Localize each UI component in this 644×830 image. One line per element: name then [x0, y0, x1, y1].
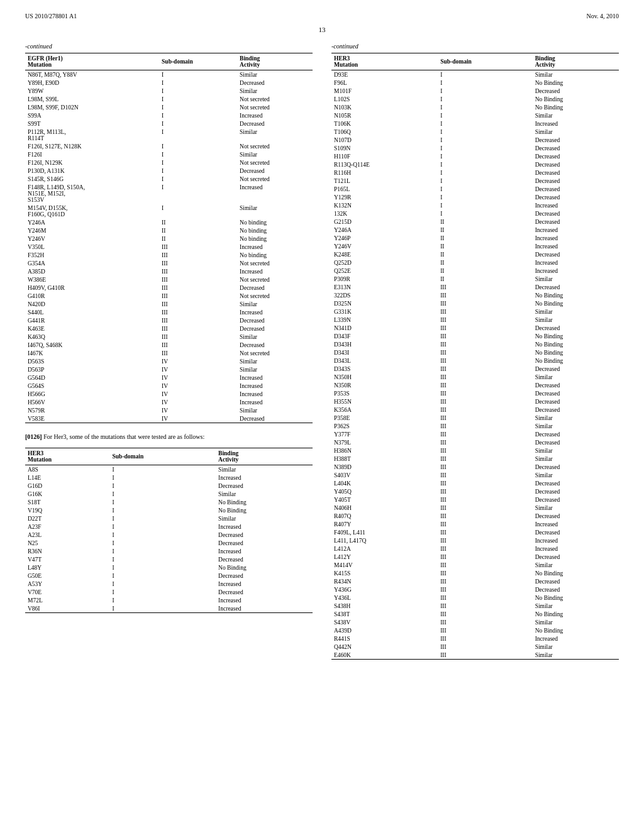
table-cell: G16K: [25, 490, 110, 498]
table-cell: Increased: [216, 473, 313, 482]
table-cell: III: [438, 316, 532, 324]
table-row: H110FIDecreased: [331, 152, 619, 160]
table-cell: Similar: [216, 514, 313, 523]
table-cell: Similar: [533, 602, 619, 610]
table-row: G16KISimilar: [25, 490, 313, 498]
table-cell: I: [159, 167, 237, 175]
table-row: L404KIIIDecreased: [331, 479, 619, 487]
table-row: Y246AIINo binding: [25, 218, 313, 226]
table-cell: L412A: [331, 545, 438, 553]
table-cell: Increased: [237, 398, 313, 406]
table-cell: Decreased: [216, 531, 313, 539]
table-cell: S145R, S146G: [25, 175, 159, 183]
table-cell: Y246A: [331, 226, 438, 234]
table-cell: L404K: [331, 479, 438, 487]
table-row: I467KIIINot secreted: [25, 349, 313, 357]
table-cell: No binding: [237, 251, 313, 259]
table-cell: I: [438, 193, 532, 201]
table-row: P130D, A131KIDecreased: [25, 167, 313, 175]
table-cell: III: [438, 504, 532, 512]
table-row: R407YIIIIncreased: [331, 520, 619, 528]
table-cell: F126I, S127E, N128K: [25, 142, 159, 150]
table-cell: K132N: [331, 201, 438, 209]
table-cell: Decreased: [533, 553, 619, 561]
table-cell: Increased: [533, 226, 619, 234]
table-cell: V47T: [25, 555, 110, 563]
table-cell: K356A: [331, 406, 438, 414]
table-row: N379LIIIDecreased: [331, 438, 619, 446]
table-cell: Decreased: [533, 528, 619, 536]
table-cell: IV: [159, 390, 237, 398]
table-cell: I: [159, 119, 237, 128]
table-cell: N105R: [331, 111, 438, 119]
paragraph-text: For Her3, some of the mutations that wer…: [42, 433, 205, 440]
table-cell: II: [438, 267, 532, 275]
table-cell: P112R, M113L,R114T: [25, 128, 159, 142]
table-cell: Y405Q: [331, 487, 438, 495]
table-row: D343SIIIDecreased: [331, 365, 619, 373]
table-cell: III: [438, 487, 532, 495]
table-cell: K463E: [25, 324, 159, 333]
table-cell: Similar: [533, 643, 619, 651]
left-col1-header: EGFR (Her1)Mutation: [25, 53, 159, 70]
paragraph-ref: [0126]: [25, 433, 42, 440]
table-row: V47TIDecreased: [25, 555, 313, 563]
table-cell: I: [110, 547, 216, 555]
table-cell: No Binding: [533, 299, 619, 307]
table-cell: III: [438, 602, 532, 610]
table-row: K356AIIIDecreased: [331, 406, 619, 414]
table-row: Y129RIDecreased: [331, 193, 619, 201]
table-row: R434NIIIDecreased: [331, 577, 619, 585]
table-row: K132NIIncreased: [331, 201, 619, 209]
table-cell: II: [438, 258, 532, 267]
table-cell: Decreased: [533, 512, 619, 520]
table-cell: Decreased: [533, 250, 619, 258]
table-cell: I: [438, 70, 532, 79]
table-row: W386EIIINot secreted: [25, 275, 313, 284]
table-cell: III: [438, 438, 532, 446]
table-cell: Y246P: [331, 234, 438, 242]
table-row: D22TISimilar: [25, 514, 313, 523]
table-row: H386NIIISimilar: [331, 446, 619, 455]
table-cell: III: [438, 520, 532, 528]
table-row: F352HIIINo binding: [25, 251, 313, 259]
table-cell: Not secreted: [237, 142, 313, 150]
table-cell: N86T, M87Q, Y88V: [25, 70, 159, 79]
table-cell: III: [438, 291, 532, 299]
table-row: N389DIIIDecreased: [331, 463, 619, 471]
table-cell: Q442N: [331, 643, 438, 651]
table-row: R113Q-Q114EIDecreased: [331, 160, 619, 169]
bleft-col3-header: BindingActivity: [216, 448, 313, 465]
table-row: V86IIIncreased: [25, 604, 313, 613]
table-row: P362SIIISimilar: [331, 422, 619, 430]
table-cell: Increased: [533, 267, 619, 275]
table-row: V583EIVDecreased: [25, 414, 313, 423]
table-cell: Decreased: [533, 406, 619, 414]
table-cell: Increased: [216, 580, 313, 588]
table-cell: III: [438, 626, 532, 634]
table-cell: Decreased: [533, 381, 619, 389]
table-row: L412AIIIIncreased: [331, 545, 619, 553]
table-cell: III: [438, 381, 532, 389]
table-cell: Decreased: [533, 218, 619, 226]
table-cell: Decreased: [533, 87, 619, 95]
table-cell: Q252D: [331, 258, 438, 267]
table-cell: D343I: [331, 348, 438, 357]
table-cell: Decreased: [237, 119, 313, 128]
table-cell: Y89W: [25, 87, 159, 95]
bleft-col1-header: HER3Mutation: [25, 448, 110, 465]
table-cell: Increased: [237, 374, 313, 382]
table-cell: III: [438, 414, 532, 422]
table-cell: Y377F: [331, 430, 438, 438]
table-cell: Similar: [237, 300, 313, 308]
left-col2-header: Sub-domain: [159, 53, 237, 70]
table-row: Y246MIINo binding: [25, 226, 313, 235]
table-row: L14EIIncreased: [25, 473, 313, 482]
table-cell: A439D: [331, 626, 438, 634]
table-row: A23FIIncreased: [25, 523, 313, 531]
table-cell: Decreased: [533, 487, 619, 495]
table-cell: Decreased: [533, 193, 619, 201]
table-cell: Increased: [533, 119, 619, 128]
table-cell: D343S: [331, 365, 438, 373]
table-cell: N103K: [331, 103, 438, 111]
